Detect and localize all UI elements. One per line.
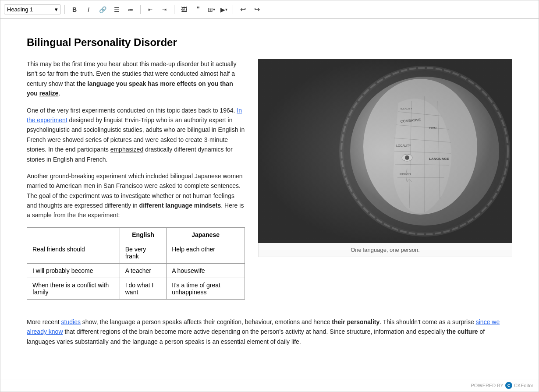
chevron-down-icon: ▾ (55, 6, 58, 13)
emphasized-text: emphasized (110, 146, 144, 153)
toolbar-divider-4 (233, 5, 233, 14)
ck-logo: C (505, 382, 512, 389)
table-header-row: English Japanese (27, 227, 245, 242)
blockquote-button[interactable]: " (192, 4, 204, 16)
brain-svg: COMBATIVE FIRM LOCALITY LANGUAGE INDIVID… (258, 59, 512, 243)
media-icon: ▶ (220, 6, 225, 13)
blockquote-icon: " (196, 6, 200, 14)
italic-button[interactable]: I (82, 4, 95, 16)
col-header-empty (27, 227, 120, 242)
table-cell: Be very frank (120, 242, 166, 263)
paragraph-3: Another ground-breaking experiment which… (27, 171, 245, 220)
article-title: Bilingual Personality Disorder (27, 36, 512, 49)
paragraph-2: One of the very first experiments conduc… (27, 106, 245, 164)
media-chevron-icon: ▾ (225, 7, 227, 12)
para3-bold: different language mindsets (139, 202, 221, 209)
table-cell: Real friends should (27, 242, 120, 263)
table-cell: It's a time of great unhappiness (167, 278, 245, 299)
table-cell: I will probably become (27, 263, 120, 278)
table-cell: A housewife (167, 263, 245, 278)
heading-select[interactable]: Heading 1 ▾ (4, 4, 61, 14)
table-row: I will probably become A teacher A house… (27, 263, 245, 278)
indent-increase-button[interactable]: ⇥ (158, 4, 170, 16)
undo-icon: ↩ (240, 5, 246, 14)
media-button[interactable]: ▶ ▾ (219, 4, 229, 16)
undo-button[interactable]: ↩ (237, 4, 249, 16)
toolbar-divider-1 (64, 5, 65, 14)
svg-rect-23 (258, 59, 512, 243)
image-button[interactable]: 🖼 (178, 4, 190, 16)
col-header-english: English (120, 227, 166, 242)
col-header-japanese: Japanese (167, 227, 245, 242)
content-layout: This may be the first time you hear abou… (27, 59, 512, 308)
editor-content[interactable]: Bilingual Personality Disorder This may … (0, 19, 539, 379)
paragraph-1: This may be the first time you hear abou… (27, 59, 245, 99)
table-cell: Help each other (167, 242, 245, 263)
powered-by-text: POWERED BY (471, 383, 504, 388)
their-personality-bold: their personality (332, 318, 379, 325)
link-button[interactable]: 🔗 (96, 4, 109, 16)
redo-icon: ↪ (254, 5, 260, 14)
table-chevron-icon: ▾ (213, 7, 215, 12)
ck-editor-label: CKEditor (514, 383, 533, 388)
table-row: Real friends should Be very frank Help e… (27, 242, 245, 263)
redo-button[interactable]: ↪ (251, 4, 263, 16)
table-cell: A teacher (120, 263, 166, 278)
table-cell: When there is a conflict with family (27, 278, 120, 299)
toolbar-divider-2 (140, 5, 141, 14)
studies-link[interactable]: studies (61, 318, 81, 325)
article-image: COMBATIVE FIRM LOCALITY LANGUAGE INDIVID… (258, 59, 512, 243)
para1-end: . (58, 90, 60, 97)
table-icon: ⊞ (208, 6, 213, 13)
numbered-list-button[interactable]: ≔ (124, 4, 137, 16)
table-row: When there is a conflict with family I d… (27, 278, 245, 299)
bullet-list-icon: ☰ (114, 6, 120, 13)
image-icon: 🖼 (181, 6, 187, 13)
content-text: This may be the first time you hear abou… (27, 59, 245, 308)
powered-by-bar: POWERED BY C CKEditor (0, 379, 539, 392)
comparison-table: English Japanese Real friends should Be … (27, 227, 245, 300)
bullet-list-button[interactable]: ☰ (110, 4, 123, 16)
table-button[interactable]: ⊞ ▾ (206, 4, 217, 16)
indent-decrease-icon: ⇤ (148, 7, 152, 13)
paragraph-4: More recent studies show, the language a… (27, 317, 512, 346)
link-icon: 🔗 (99, 6, 106, 13)
toolbar: Heading 1 ▾ B I 🔗 ☰ ≔ ⇤ ⇥ 🖼 (0, 0, 539, 19)
indent-decrease-button[interactable]: ⇤ (144, 4, 156, 16)
toolbar-divider-3 (174, 5, 174, 14)
bold-button[interactable]: B (68, 4, 81, 16)
image-caption: One language, one person. (258, 243, 512, 257)
heading-select-label: Heading 1 (7, 6, 33, 13)
table-cell: I do what I want (120, 278, 166, 299)
the-culture-bold: the culture (447, 328, 478, 335)
editor-wrapper: Heading 1 ▾ B I 🔗 ☰ ≔ ⇤ ⇥ 🖼 (0, 0, 539, 392)
numbered-list-icon: ≔ (128, 7, 133, 13)
indent-increase-icon: ⇥ (162, 7, 167, 13)
content-image-col: COMBATIVE FIRM LOCALITY LANGUAGE INDIVID… (258, 59, 512, 308)
